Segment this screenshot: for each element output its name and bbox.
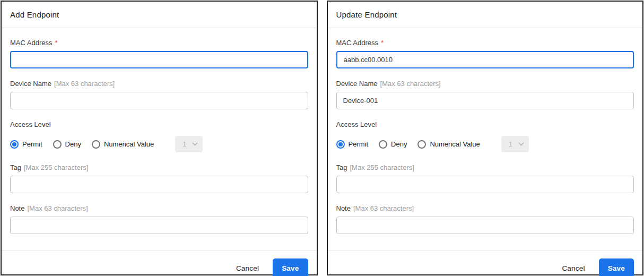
device-name-field-group: Device Name [Max 63 characters] (336, 80, 634, 109)
save-button[interactable]: Save (273, 258, 308, 276)
cancel-button[interactable]: Cancel (236, 264, 259, 272)
dialog-header: Update Endpoint (328, 2, 643, 28)
note-hint: [Max 63 characters] (27, 204, 88, 212)
access-level-field-group: Access Level Permit Deny Numerical Value (10, 120, 308, 152)
add-endpoint-dialog: Add Endpoint MAC Address* Device Name [M… (1, 1, 318, 275)
radio-circle-icon (379, 140, 387, 149)
tag-field-group: Tag [Max 255 characters] (10, 163, 308, 193)
note-field-group: Note [Max 63 characters] (336, 204, 634, 234)
cancel-button[interactable]: Cancel (562, 264, 585, 272)
device-name-input[interactable] (336, 92, 634, 109)
access-level-label: Access Level (336, 120, 377, 128)
numerical-value-select: 1 (501, 136, 529, 152)
dialogs-container: Add Endpoint MAC Address* Device Name [M… (0, 0, 644, 276)
radio-numerical-value[interactable]: Numerical Value (92, 140, 154, 149)
chevron-down-icon (192, 142, 198, 146)
radio-circle-icon (417, 140, 426, 149)
device-name-label: Device Name (336, 80, 378, 88)
mac-address-label: MAC Address (10, 39, 52, 47)
device-name-input[interactable] (10, 92, 308, 109)
tag-hint: [Max 255 characters] (350, 163, 414, 171)
numerical-value-select: 1 (175, 136, 203, 152)
tag-input[interactable] (336, 176, 634, 193)
radio-circle-icon (92, 140, 100, 149)
note-label: Note (336, 204, 351, 212)
mac-address-input[interactable] (10, 51, 308, 68)
access-level-radio-group: Permit Deny Numerical Value 1 (10, 136, 308, 152)
required-asterisk: * (381, 39, 384, 47)
dialog-footer: Cancel Save (328, 251, 643, 276)
mac-address-input[interactable] (336, 51, 634, 68)
device-name-field-group: Device Name [Max 63 characters] (10, 80, 308, 109)
dialog-title: Add Endpoint (10, 10, 59, 19)
radio-deny[interactable]: Deny (379, 140, 407, 149)
tag-label: Tag (336, 163, 347, 171)
mac-address-label: MAC Address (336, 39, 378, 47)
note-input[interactable] (336, 217, 634, 234)
dialog-footer: Cancel Save (2, 251, 317, 276)
note-label: Note (10, 204, 24, 212)
dialog-body: MAC Address* Device Name [Max 63 charact… (2, 28, 317, 251)
device-name-label: Device Name (10, 80, 51, 88)
dialog-body: MAC Address* Device Name [Max 63 charact… (328, 28, 643, 251)
radio-circle-icon (10, 140, 19, 149)
radio-circle-icon (53, 140, 62, 149)
note-field-group: Note [Max 63 characters] (10, 204, 308, 234)
tag-field-group: Tag [Max 255 characters] (336, 163, 634, 193)
access-level-field-group: Access Level Permit Deny Numerical Value (336, 120, 634, 152)
radio-permit[interactable]: Permit (10, 140, 42, 149)
tag-label: Tag (10, 163, 21, 171)
radio-numerical-value[interactable]: Numerical Value (417, 140, 480, 149)
update-endpoint-dialog: Update Endpoint MAC Address* Device Name… (327, 1, 644, 275)
dialog-title: Update Endpoint (336, 10, 397, 19)
device-name-hint: [Max 63 characters] (54, 80, 115, 88)
note-hint: [Max 63 characters] (353, 204, 414, 212)
device-name-hint: [Max 63 characters] (380, 80, 441, 88)
radio-circle-icon (336, 140, 345, 149)
radio-deny[interactable]: Deny (53, 140, 81, 149)
access-level-label: Access Level (10, 120, 51, 128)
required-asterisk: * (55, 39, 57, 47)
dialog-header: Add Endpoint (2, 2, 317, 28)
note-input[interactable] (10, 217, 308, 234)
tag-hint: [Max 255 characters] (24, 163, 88, 171)
mac-address-field-group: MAC Address* (336, 39, 634, 68)
save-button[interactable]: Save (599, 258, 634, 276)
radio-permit[interactable]: Permit (336, 140, 369, 149)
mac-address-field-group: MAC Address* (10, 39, 308, 68)
chevron-down-icon (518, 142, 524, 146)
access-level-radio-group: Permit Deny Numerical Value 1 (336, 136, 634, 152)
tag-input[interactable] (10, 176, 308, 193)
